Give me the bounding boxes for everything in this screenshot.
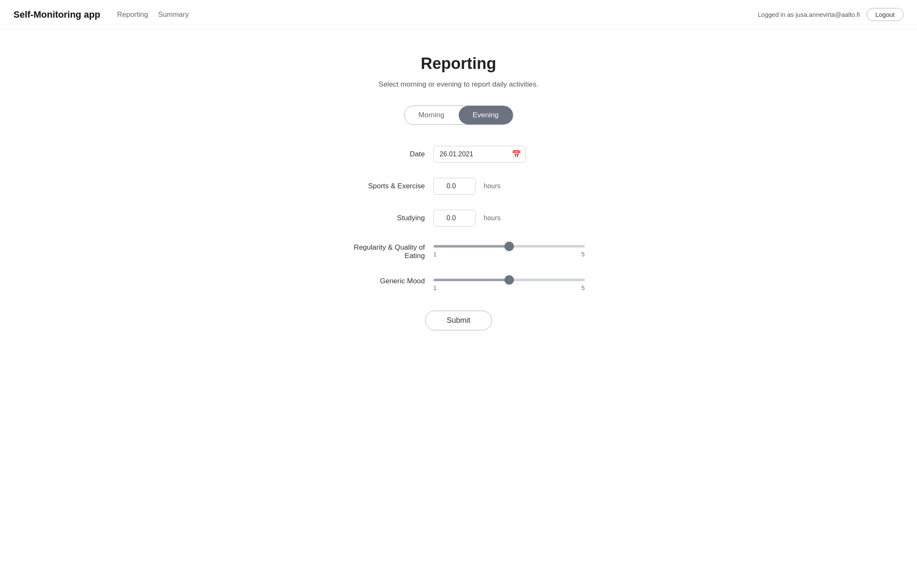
mood-row: Generic Mood 1 5 (333, 275, 585, 291)
nav-link-summary[interactable]: Summary (158, 11, 189, 19)
eating-row: Regularity & Quality of Eating 1 5 (333, 242, 585, 260)
sports-input[interactable] (433, 178, 476, 195)
mood-label-col: Generic Mood (333, 275, 425, 285)
eating-slider-col: 1 5 (433, 242, 585, 258)
mood-slider-col: 1 5 (433, 275, 585, 291)
studying-input[interactable] (433, 210, 476, 227)
logged-in-user: Logged in as jusa.annevirta@aalto.fi (758, 11, 860, 18)
mood-slider-wrapper (433, 275, 585, 283)
sports-unit: hours (484, 182, 501, 190)
eating-min: 1 (433, 251, 437, 258)
date-input[interactable] (433, 146, 526, 163)
nav-link-reporting[interactable]: Reporting (117, 11, 148, 19)
studying-label: Studying (333, 214, 425, 222)
eating-slider[interactable] (433, 245, 585, 248)
date-row: Date 📅 (333, 146, 585, 163)
mood-label: Generic Mood (380, 277, 425, 285)
eating-label-col: Regularity & Quality of Eating (333, 242, 425, 260)
studying-unit: hours (484, 214, 501, 222)
sports-label: Sports & Exercise (333, 182, 425, 190)
logout-button[interactable]: Logout (867, 8, 904, 21)
submit-section: Submit (333, 311, 585, 330)
mood-slider[interactable] (433, 279, 585, 281)
morning-toggle-btn[interactable]: Morning (404, 106, 459, 124)
eating-label: Regularity & Quality of Eating (354, 243, 425, 260)
eating-slider-wrapper (433, 242, 585, 249)
main-content: Reporting Select morning or evening to r… (0, 29, 917, 364)
mood-min: 1 (433, 285, 437, 291)
evening-toggle-btn[interactable]: Evening (459, 106, 513, 124)
mood-ticks: 1 5 (433, 285, 585, 291)
page-subtitle: Select morning or evening to report dail… (379, 80, 539, 89)
studying-row: Studying hours (333, 210, 585, 227)
page-title: Reporting (421, 55, 496, 73)
app-brand: Self-Monitoring app (13, 9, 100, 20)
morning-evening-toggle: Morning Evening (404, 105, 513, 125)
reporting-form: Date 📅 Sports & Exercise hours Studying … (333, 146, 585, 330)
date-input-wrapper: 📅 (433, 146, 526, 163)
mood-max: 5 (581, 285, 585, 291)
navbar-right: Logged in as jusa.annevirta@aalto.fi Log… (758, 8, 904, 21)
sports-row: Sports & Exercise hours (333, 178, 585, 195)
navbar: Self-Monitoring app Reporting Summary Lo… (0, 0, 917, 29)
date-label: Date (333, 150, 425, 158)
eating-max: 5 (581, 251, 585, 258)
nav-links: Reporting Summary (117, 11, 758, 19)
eating-ticks: 1 5 (433, 251, 585, 258)
submit-button[interactable]: Submit (425, 311, 492, 330)
